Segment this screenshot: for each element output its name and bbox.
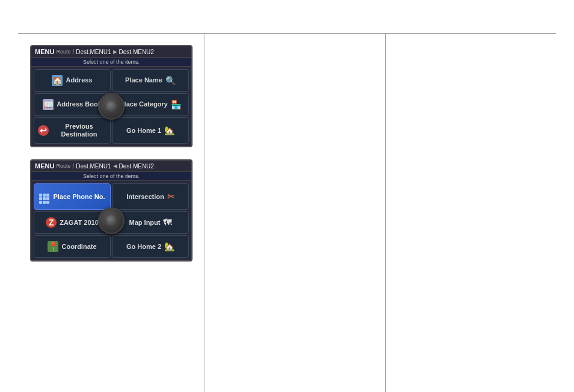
- vertical-divider-1: [205, 33, 205, 392]
- previous-dest-btn[interactable]: ↩ Previous Destination: [34, 117, 111, 144]
- nav-header-1: MENU Route / Dest.MENU1 ▶ Dest.MENU2: [31, 46, 191, 58]
- place-phone-icon: [39, 189, 50, 204]
- breadcrumb-dest2: Dest.MENU2: [119, 49, 154, 55]
- nav-grid-1: 🏠 Address Place Name 🔍 📖 Address Book Pl…: [31, 67, 191, 146]
- go-home-1-icon: 🏡: [164, 126, 174, 135]
- nav-subtitle-2: Select one of the items.: [31, 172, 191, 181]
- sep-2: /: [72, 163, 74, 170]
- address-book-icon: 📖: [43, 99, 54, 110]
- nav-screen-1: MENU Route / Dest.MENU1 ▶ Dest.MENU2 Sel…: [30, 45, 193, 147]
- nav-subtitle-1: Select one of the items.: [31, 58, 191, 67]
- zagat-icon: Z: [46, 217, 57, 228]
- go-home-2-label: Go Home 2: [126, 243, 161, 251]
- place-category-icon: 🏪: [171, 100, 181, 109]
- address-book-label: Address Book: [57, 100, 102, 108]
- intersection-btn[interactable]: Intersection ✂: [112, 183, 189, 210]
- coordinate-btn[interactable]: 📍 Coordinate: [34, 235, 111, 258]
- arrow-2: ◀: [113, 163, 117, 169]
- coordinate-icon: 📍: [48, 241, 58, 252]
- previous-dest-label: Previous Destination: [52, 123, 106, 138]
- zagat-label: ZAGAT 2010: [60, 219, 99, 227]
- breadcrumb-route-1: Route: [56, 49, 70, 55]
- arrow-1: ▶: [113, 49, 117, 55]
- place-phone-label: Place Phone No.: [53, 193, 105, 201]
- nav-grid-2: Place Phone No. Intersection ✂ Z ZAGAT 2…: [31, 181, 191, 260]
- address-btn[interactable]: 🏠 Address: [34, 69, 111, 92]
- nav-screen-2: MENU Route / Dest.MENU1 ◀ Dest.MENU2 Sel…: [30, 159, 193, 262]
- joystick-2[interactable]: [98, 207, 125, 234]
- place-phone-btn[interactable]: Place Phone No.: [34, 183, 111, 210]
- place-name-btn[interactable]: Place Name 🔍: [112, 69, 189, 92]
- menu-label-1: MENU: [35, 48, 54, 55]
- intersection-icon: ✂: [167, 192, 174, 201]
- map-input-icon: 🗺: [163, 218, 171, 227]
- address-icon: 🏠: [52, 75, 63, 86]
- place-name-icon: 🔍: [165, 76, 176, 85]
- nav-header-2: MENU Route / Dest.MENU1 ◀ Dest.MENU2: [31, 161, 191, 172]
- address-label: Address: [66, 76, 92, 84]
- vertical-divider-2: [385, 33, 386, 392]
- intersection-label: Intersection: [126, 193, 164, 201]
- previous-dest-icon: ↩: [38, 125, 49, 136]
- menu-label-2: MENU: [35, 162, 54, 170]
- joystick-1[interactable]: [98, 93, 125, 120]
- map-input-label: Map Input: [129, 219, 161, 227]
- place-name-label: Place Name: [125, 76, 162, 84]
- go-home-2-icon: 🏡: [164, 242, 174, 251]
- go-home-2-btn[interactable]: Go Home 2 🏡: [112, 235, 189, 258]
- breadcrumb-dest2-2: Dest.MENU2: [119, 163, 154, 170]
- place-category-label: Place Category: [120, 100, 167, 108]
- go-home-1-btn[interactable]: Go Home 1 🏡: [112, 117, 189, 144]
- left-panel: MENU Route / Dest.MENU1 ▶ Dest.MENU2 Sel…: [18, 33, 205, 392]
- sep-1: /: [72, 49, 74, 55]
- breadcrumb-dest1: Dest.MENU1: [76, 49, 111, 55]
- coordinate-label: Coordinate: [61, 243, 96, 251]
- go-home-1-label: Go Home 1: [126, 127, 161, 135]
- breadcrumb-dest1-2: Dest.MENU1: [76, 163, 111, 170]
- breadcrumb-route-2: Route: [56, 163, 70, 169]
